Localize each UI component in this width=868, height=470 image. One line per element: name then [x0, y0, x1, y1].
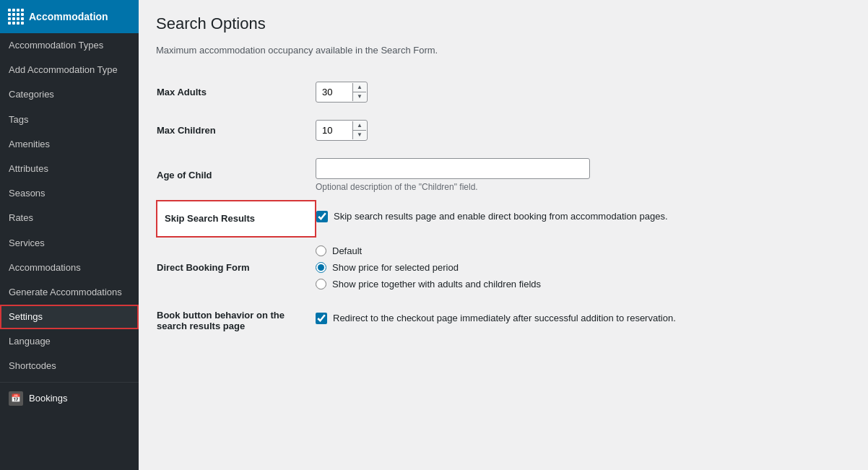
sidebar-header[interactable]: Accommodation	[0, 0, 139, 33]
sidebar-item-accommodations[interactable]: Accommodations	[0, 256, 139, 280]
book-button-behavior-label: Book button behavior on the search resul…	[157, 298, 316, 343]
radio-show-price-selected-label[interactable]: Show price for selected period	[332, 262, 459, 273]
age-of-child-row: Age of Child Optional description of the…	[157, 149, 850, 201]
bookings-icon: 📅	[9, 391, 23, 406]
sidebar-header-label: Accommodation	[29, 11, 108, 22]
radio-show-price-selected[interactable]	[316, 262, 326, 273]
book-button-behavior-row: Book button behavior on the search resul…	[157, 298, 850, 343]
main-content: Search Options Maximum accommodation occ…	[139, 0, 868, 470]
max-children-input[interactable]	[316, 121, 352, 140]
skip-search-results-label: Skip Search Results	[157, 201, 316, 237]
max-adults-input[interactable]	[316, 82, 352, 102]
max-children-increment[interactable]: ▲	[353, 121, 366, 131]
age-of-child-label: Age of Child	[157, 149, 316, 201]
book-button-behavior-checkbox-label[interactable]: Redirect to the checkout page immediatel…	[333, 311, 676, 326]
radio-row-show-price-adults-children: Show price together with adults and chil…	[316, 279, 850, 290]
radio-row-show-price-selected: Show price for selected period	[316, 262, 850, 273]
sidebar-item-shortcodes[interactable]: Shortcodes	[0, 354, 139, 378]
radio-row-default: Default	[316, 245, 850, 256]
max-adults-spinner: ▲ ▼	[352, 83, 366, 101]
sidebar: Accommodation Accommodation Types Add Ac…	[0, 0, 139, 470]
sidebar-item-settings[interactable]: Settings	[0, 305, 139, 329]
radio-show-price-adults-children[interactable]	[316, 279, 326, 290]
sidebar-item-tags[interactable]: Tags	[0, 108, 139, 132]
page-title: Search Options	[156, 14, 851, 33]
max-adults-label: Max Adults	[157, 73, 316, 111]
skip-search-results-checkbox-label[interactable]: Skip search results page and enable dire…	[334, 209, 668, 224]
sidebar-item-accommodation-types[interactable]: Accommodation Types	[0, 33, 139, 58]
accommodation-icon	[9, 9, 23, 24]
sidebar-item-amenities[interactable]: Amenities	[0, 132, 139, 157]
max-adults-row: Max Adults ▲ ▼	[157, 73, 850, 111]
book-button-behavior-checkbox-row: Redirect to the checkout page immediatel…	[316, 311, 850, 326]
skip-search-results-row: Skip Search Results Skip search results …	[157, 201, 850, 237]
book-button-behavior-checkbox[interactable]	[316, 313, 327, 324]
skip-search-results-checkbox[interactable]	[316, 211, 328, 222]
sidebar-item-add-accommodation-type[interactable]: Add Accommodation Type	[0, 58, 139, 82]
sidebar-item-seasons[interactable]: Seasons	[0, 181, 139, 206]
radio-default[interactable]	[316, 245, 326, 256]
max-children-row: Max Children ▲ ▼	[157, 111, 850, 149]
settings-form: Max Adults ▲ ▼ Max Children ▲	[156, 73, 851, 343]
sidebar-bookings-header[interactable]: 📅 Bookings	[0, 386, 139, 412]
max-children-decrement[interactable]: ▼	[353, 131, 366, 139]
sidebar-item-language[interactable]: Language	[0, 329, 139, 354]
radio-show-price-adults-children-label[interactable]: Show price together with adults and chil…	[332, 279, 541, 290]
page-subtitle: Maximum accommodation occupancy availabl…	[156, 45, 851, 56]
radio-default-label[interactable]: Default	[332, 245, 362, 256]
age-of-child-description: Optional description of the "Children" f…	[316, 182, 849, 192]
sidebar-item-generate-accommodations[interactable]: Generate Accommodations	[0, 280, 139, 305]
sidebar-item-attributes[interactable]: Attributes	[0, 157, 139, 181]
skip-search-results-checkbox-row: Skip search results page and enable dire…	[316, 209, 850, 224]
direct-booking-form-row: Direct Booking Form Default Show price f…	[157, 237, 850, 298]
max-adults-input-wrapper: ▲ ▼	[316, 82, 368, 103]
age-of-child-input[interactable]	[316, 158, 590, 179]
max-children-spinner: ▲ ▼	[352, 121, 366, 139]
max-children-label: Max Children	[157, 111, 316, 149]
sidebar-item-rates[interactable]: Rates	[0, 206, 139, 230]
max-adults-increment[interactable]: ▲	[353, 83, 366, 92]
direct-booking-form-radio-group: Default Show price for selected period S…	[316, 245, 850, 290]
max-children-input-wrapper: ▲ ▼	[316, 120, 368, 141]
sidebar-divider	[0, 382, 139, 383]
sidebar-item-services[interactable]: Services	[0, 231, 139, 256]
direct-booking-form-label: Direct Booking Form	[157, 237, 316, 298]
max-adults-decrement[interactable]: ▼	[353, 92, 366, 101]
sidebar-item-categories[interactable]: Categories	[0, 82, 139, 107]
